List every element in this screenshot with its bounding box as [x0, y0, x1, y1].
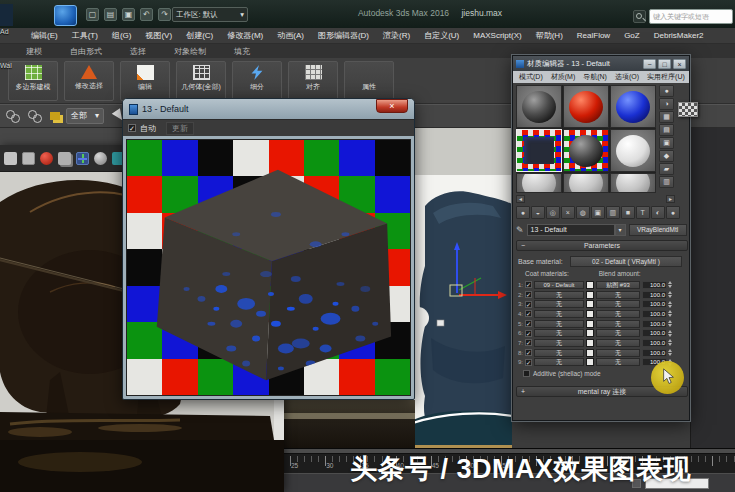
menu-item[interactable]: 创建(C) [179, 30, 220, 41]
scroll-left-button[interactable]: ◂ [516, 195, 525, 203]
material-tool-button[interactable]: ▥ [606, 206, 620, 219]
spinner-arrows[interactable] [668, 310, 672, 317]
coat-material-button[interactable]: 无 [534, 339, 584, 347]
menu-item[interactable]: MAXScript(X) [466, 31, 528, 40]
material-tool-button[interactable]: ● [516, 206, 530, 219]
window-button[interactable]: □ [658, 59, 671, 69]
coat-material-button[interactable]: 无 [534, 329, 584, 337]
spinner-arrows[interactable] [668, 330, 672, 337]
ribbon-tab[interactable]: 填充 [222, 44, 262, 58]
save-image-icon[interactable] [4, 152, 17, 165]
rgb-channels-icon[interactable] [76, 152, 89, 165]
blend-map-button[interactable]: 无 [596, 291, 640, 299]
blend-amount-spinner[interactable]: 100.0 [642, 281, 672, 289]
unlink-selection-icon[interactable] [28, 108, 44, 124]
menu-item[interactable]: RealFlow [570, 31, 617, 40]
ribbon-tab[interactable]: 自由形式 [58, 44, 114, 58]
material-slot[interactable] [563, 129, 609, 172]
material-slot[interactable] [610, 85, 656, 128]
coat-color-swatch[interactable] [586, 300, 594, 308]
monochrome-channel-icon[interactable] [94, 152, 107, 165]
scroll-right-button[interactable]: ▸ [666, 195, 675, 203]
coat-color-swatch[interactable] [586, 310, 594, 318]
blend-map-button[interactable]: 无 [596, 329, 640, 337]
material-tool-button[interactable]: ◐ [651, 206, 665, 219]
spinner-arrows[interactable] [668, 301, 672, 308]
menu-item[interactable]: 组(G) [105, 30, 139, 41]
coat-material-button[interactable]: 无 [534, 349, 584, 357]
workspace-dropdown[interactable]: 工作区: 默认 ▾ [172, 7, 248, 22]
coat-enable-checkbox[interactable]: ✓ [525, 310, 532, 317]
window-button[interactable]: × [673, 59, 686, 69]
background-button-flyout[interactable] [678, 102, 698, 117]
material-tool-button[interactable]: ● [666, 206, 680, 219]
copy-image-icon[interactable] [58, 152, 71, 165]
auto-update-checkbox[interactable]: ✓ [128, 124, 136, 132]
material-slot[interactable] [610, 129, 656, 172]
coat-material-button[interactable]: 无 [534, 291, 584, 299]
blend-map-button[interactable]: 无 [596, 358, 640, 366]
material-name-field[interactable]: 13 - Default [527, 224, 615, 236]
menu-item[interactable]: 模式(D) [516, 72, 546, 82]
sample-option-button[interactable]: ▣ [659, 137, 674, 149]
material-tool-button[interactable]: ▣ [591, 206, 605, 219]
blend-map-button[interactable]: 无 [596, 310, 640, 318]
menu-item[interactable]: 渲染(R) [376, 30, 417, 41]
coat-enable-checkbox[interactable]: ✓ [525, 281, 532, 288]
coat-color-swatch[interactable] [586, 329, 594, 337]
coat-color-swatch[interactable] [586, 339, 594, 347]
menu-item[interactable]: 视图(V) [138, 30, 179, 41]
blend-map-button[interactable]: 贴图 #93 [596, 281, 640, 289]
material-tool-button[interactable]: T [636, 206, 650, 219]
ribbon-button[interactable]: 细分 [232, 61, 282, 101]
menu-item[interactable]: 自定义(U) [417, 30, 466, 41]
menu-item[interactable]: 选项(O) [612, 72, 642, 82]
sample-option-button[interactable]: ▥ [659, 176, 674, 188]
menu-item[interactable]: 图形编辑器(D) [311, 30, 376, 41]
ribbon-button[interactable]: 多边形建模 [8, 61, 58, 101]
material-slot[interactable] [610, 173, 656, 193]
coat-material-button[interactable]: 无 [534, 310, 584, 318]
spinner-arrows[interactable] [668, 349, 672, 356]
sample-option-button[interactable]: ▰ [659, 163, 674, 175]
coat-material-button[interactable]: 无 [534, 300, 584, 308]
spinner-arrows[interactable] [668, 320, 672, 327]
ribbon-button[interactable]: 对齐 [288, 61, 338, 101]
new-file-icon[interactable]: ▢ [86, 8, 99, 21]
sample-option-button[interactable]: ◆ [659, 150, 674, 162]
menu-item[interactable]: GoZ [617, 31, 647, 40]
material-tool-button[interactable]: ■ [621, 206, 635, 219]
blend-map-button[interactable]: 无 [596, 339, 640, 347]
menu-item[interactable]: 编辑(E) [24, 30, 65, 41]
spinner-arrows[interactable] [668, 281, 672, 288]
blend-map-button[interactable]: 无 [596, 300, 640, 308]
base-material-button[interactable]: 02 - Default ( VRayMtl ) [570, 256, 682, 267]
preview-titlebar[interactable]: 13 - Default × [123, 99, 414, 119]
blend-amount-spinner[interactable]: 100.0 [642, 339, 672, 347]
menu-item[interactable]: 修改器(M) [220, 30, 270, 41]
coat-color-swatch[interactable] [586, 281, 594, 289]
material-type-button[interactable]: VRayBlendMtl [629, 224, 687, 236]
viewport[interactable] [413, 128, 512, 455]
coat-enable-checkbox[interactable]: ✓ [525, 359, 532, 366]
coat-enable-checkbox[interactable]: ✓ [525, 339, 532, 346]
material-slot[interactable] [563, 85, 609, 128]
menu-item[interactable]: 动画(A) [270, 30, 311, 41]
clone-window-icon[interactable] [22, 152, 35, 165]
blend-amount-spinner[interactable]: 100.0 [642, 291, 672, 299]
menu-item[interactable]: 实用程序(U) [644, 72, 688, 82]
parameters-rollout[interactable]: − Parameters [516, 240, 688, 251]
sample-option-button[interactable]: ▦ [659, 111, 674, 123]
spinner-arrows[interactable] [668, 291, 672, 298]
menu-item[interactable]: 帮助(H) [529, 30, 570, 41]
save-file-icon[interactable]: ▣ [122, 8, 135, 21]
coat-material-button[interactable]: 无 [534, 358, 584, 366]
blend-amount-spinner[interactable]: 100.0 [642, 320, 672, 328]
ribbon-button[interactable]: 几何体(全部) [176, 61, 226, 101]
material-editor-titlebar[interactable]: 材质编辑器 - 13 - Default −□× [513, 56, 689, 71]
material-slot[interactable] [516, 173, 562, 193]
ribbon-button[interactable]: 编辑 [120, 61, 170, 101]
ribbon-button[interactable]: 属性 [344, 61, 394, 101]
window-button[interactable]: − [643, 59, 656, 69]
blend-amount-spinner[interactable]: 100.0 [642, 310, 672, 318]
